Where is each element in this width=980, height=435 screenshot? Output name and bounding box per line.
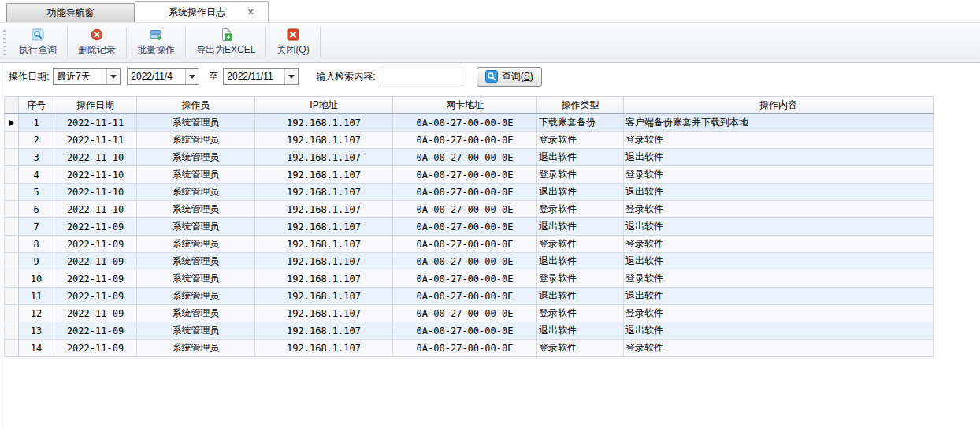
- row-selector[interactable]: [5, 201, 19, 218]
- search-icon: [32, 28, 44, 41]
- cell-ip: 192.168.1.107: [255, 288, 393, 305]
- chevron-down-icon: [288, 75, 295, 79]
- toolbar-separator: [320, 27, 321, 58]
- table-row[interactable]: 142022-11-09系统管理员192.168.1.1070A-00-27-0…: [5, 340, 934, 357]
- cell-operator: 系统管理员: [137, 288, 255, 305]
- table-row[interactable]: 82022-11-09系统管理员192.168.1.1070A-00-27-00…: [5, 236, 934, 253]
- cell-content: 登录软件: [624, 236, 934, 253]
- cell-operator: 系统管理员: [137, 132, 255, 149]
- row-selector[interactable]: [5, 114, 19, 132]
- row-selector[interactable]: [5, 166, 19, 184]
- delete-record-button[interactable]: 删除记录: [69, 23, 125, 62]
- toolbar-separator: [265, 27, 266, 58]
- cell-date: 2022-11-10: [54, 201, 137, 218]
- row-selector[interactable]: [5, 184, 19, 201]
- dropdown-arrow-button[interactable]: [284, 69, 298, 84]
- header-row-selector: [5, 97, 19, 114]
- cell-date: 2022-11-10: [54, 184, 137, 201]
- row-selector[interactable]: [5, 236, 19, 253]
- column-header[interactable]: 操作类型: [537, 97, 624, 114]
- tab-system-operation-log[interactable]: 系统操作日志 ×: [135, 1, 269, 22]
- cell-date: 2022-11-10: [54, 149, 137, 166]
- cell-no: 8: [19, 236, 54, 253]
- cell-type: 登录软件: [537, 305, 624, 322]
- cell-date: 2022-11-10: [54, 166, 137, 184]
- export-excel-button[interactable]: 导出为EXCEL: [187, 23, 265, 62]
- tab-close-icon[interactable]: ×: [247, 6, 268, 17]
- query-button[interactable]: 查询(S): [477, 67, 542, 87]
- log-panel: 操作日期: 最近7天 2022/11/4 至 2022/11/11 输入检索内容…: [2, 63, 980, 429]
- dropdown-arrow-button[interactable]: [185, 69, 199, 84]
- column-header[interactable]: IP地址: [255, 97, 393, 114]
- row-selector[interactable]: [5, 288, 19, 305]
- row-selector[interactable]: [5, 322, 19, 340]
- tab-bar: 功能导航窗 系统操作日志 ×: [0, 0, 980, 22]
- table-row[interactable]: 22022-11-11系统管理员192.168.1.1070A-00-27-00…: [5, 132, 934, 149]
- cell-type: 退出软件: [537, 322, 624, 340]
- row-selector[interactable]: [5, 305, 19, 322]
- row-selector[interactable]: [5, 340, 19, 357]
- batch-icon: [150, 28, 162, 41]
- table-row[interactable]: 102022-11-09系统管理员192.168.1.1070A-00-27-0…: [5, 270, 934, 288]
- cell-mac: 0A-00-27-00-00-0E: [393, 340, 537, 357]
- button-label: 批量操作: [137, 43, 175, 57]
- cell-no: 9: [19, 253, 54, 270]
- cell-content: 退出软件: [624, 288, 934, 305]
- table-row[interactable]: 132022-11-09系统管理员192.168.1.1070A-00-27-0…: [5, 322, 934, 340]
- cell-operator: 系统管理员: [137, 201, 255, 218]
- table-row[interactable]: 42022-11-10系统管理员192.168.1.1070A-00-27-00…: [5, 166, 934, 184]
- table-row[interactable]: 92022-11-09系统管理员192.168.1.1070A-00-27-00…: [5, 253, 934, 270]
- cell-no: 12: [19, 305, 54, 322]
- toolbar-grip-handle[interactable]: [3, 30, 6, 55]
- close-icon: [287, 28, 299, 41]
- column-header[interactable]: 操作日期: [54, 97, 137, 114]
- row-selector[interactable]: [5, 253, 19, 270]
- cell-date: 2022-11-09: [54, 253, 137, 270]
- row-selector[interactable]: [5, 270, 19, 288]
- column-header[interactable]: 网卡地址: [393, 97, 537, 114]
- row-selector[interactable]: [5, 149, 19, 166]
- cell-mac: 0A-00-27-00-00-0E: [393, 253, 537, 270]
- cell-content: 退出软件: [624, 184, 934, 201]
- cell-no: 5: [19, 184, 54, 201]
- date-to-picker[interactable]: 2022/11/11: [223, 68, 299, 85]
- table-row[interactable]: 62022-11-10系统管理员192.168.1.1070A-00-27-00…: [5, 201, 934, 218]
- cell-ip: 192.168.1.107: [255, 270, 393, 288]
- table-row[interactable]: 52022-11-10系统管理员192.168.1.1070A-00-27-00…: [5, 184, 934, 201]
- tab-function-navigation[interactable]: 功能导航窗: [6, 3, 135, 22]
- cell-no: 6: [19, 201, 54, 218]
- cell-ip: 192.168.1.107: [255, 132, 393, 149]
- table-row[interactable]: 72022-11-09系统管理员192.168.1.1070A-00-27-00…: [5, 218, 934, 236]
- table-row[interactable]: 122022-11-09系统管理员192.168.1.1070A-00-27-0…: [5, 305, 934, 322]
- cell-mac: 0A-00-27-00-00-0E: [393, 184, 537, 201]
- date-preset-dropdown[interactable]: 最近7天: [53, 68, 121, 85]
- to-label: 至: [209, 70, 218, 84]
- cell-date: 2022-11-09: [54, 288, 137, 305]
- table-row[interactable]: 12022-11-11系统管理员192.168.1.1070A-00-27-00…: [5, 114, 934, 132]
- toolbar: 执行查询 删除记录 批量操作 导出为EXCEL 关闭(: [0, 22, 980, 63]
- row-selector[interactable]: [5, 132, 19, 149]
- cell-content: 登录软件: [624, 305, 934, 322]
- table-row[interactable]: 32022-11-10系统管理员192.168.1.1070A-00-27-00…: [5, 149, 934, 166]
- cell-ip: 192.168.1.107: [255, 114, 393, 132]
- date-from-value: 2022/11/4: [128, 71, 185, 82]
- cell-ip: 192.168.1.107: [255, 149, 393, 166]
- cell-operator: 系统管理员: [137, 149, 255, 166]
- column-header[interactable]: 操作员: [137, 97, 255, 114]
- date-from-picker[interactable]: 2022/11/4: [127, 68, 199, 85]
- dropdown-arrow-button[interactable]: [106, 69, 120, 84]
- cell-date: 2022-11-09: [54, 218, 137, 236]
- cell-ip: 192.168.1.107: [255, 201, 393, 218]
- cell-mac: 0A-00-27-00-00-0E: [393, 132, 537, 149]
- batch-operation-button[interactable]: 批量操作: [128, 23, 184, 62]
- column-header[interactable]: 序号: [19, 97, 54, 114]
- cell-mac: 0A-00-27-00-00-0E: [393, 322, 537, 340]
- table-row[interactable]: 112022-11-09系统管理员192.168.1.1070A-00-27-0…: [5, 288, 934, 305]
- search-input[interactable]: [380, 69, 462, 84]
- execute-query-button[interactable]: 执行查询: [9, 23, 66, 62]
- cell-no: 4: [19, 166, 54, 184]
- operation-log-grid: 序号操作日期操作员IP地址网卡地址操作类型操作内容 12022-11-11系统管…: [4, 96, 980, 357]
- close-button[interactable]: 关闭(Q): [267, 23, 318, 62]
- column-header[interactable]: 操作内容: [624, 97, 934, 114]
- row-selector[interactable]: [5, 218, 19, 236]
